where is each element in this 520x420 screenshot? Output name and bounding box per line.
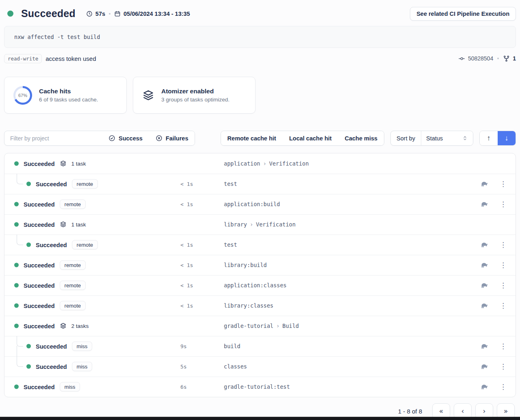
run-header: Succeeded 57s 05/06/2024 13:34 - 13:35 S…: [4, 0, 516, 21]
kebab-menu-icon[interactable]: ⋮: [500, 181, 507, 187]
kebab-menu-icon[interactable]: ⋮: [500, 363, 507, 370]
project-filter-input[interactable]: [4, 131, 102, 145]
gradle-elephant-icon[interactable]: [480, 200, 489, 209]
status-dot: [14, 202, 19, 207]
gradle-elephant-icon[interactable]: [480, 180, 489, 188]
commit-id-link[interactable]: 50828504: [468, 55, 493, 62]
row-task-name: library:build: [224, 262, 267, 268]
gradle-elephant-icon[interactable]: [480, 302, 489, 310]
task-row[interactable]: Succeeded remote < 1s library:classes ⋮: [4, 295, 516, 316]
atomizer-layers-icon: [60, 160, 67, 167]
run-date-range-label: 05/06/2024 13:34 - 13:35: [124, 11, 190, 17]
cache-status-badge: remote: [72, 240, 98, 250]
atomizer-card: Atomizer enabled 3 groups of tasks optim…: [133, 77, 256, 114]
status-dot: [7, 11, 13, 17]
clock-icon: [86, 11, 93, 17]
summary-cards: 67% Cache hits 6 of 9 tasks used cache. …: [4, 77, 516, 114]
kebab-menu-icon[interactable]: ⋮: [500, 383, 507, 390]
row-task-name: test: [224, 241, 237, 248]
branch-count-link[interactable]: 1: [513, 55, 516, 62]
local-cache-hit-button[interactable]: Local cache hit: [283, 131, 338, 145]
row-status-label: Succeeded: [24, 160, 55, 167]
row-duration: < 1s: [180, 303, 193, 309]
group-project-name: application: [224, 160, 260, 167]
group-path: library›Verification: [224, 221, 296, 228]
cache-status-badge: remote: [72, 179, 98, 189]
row-status-label: Succeeded: [24, 201, 55, 207]
project-filter-group: Success Failures: [4, 131, 195, 146]
gradle-elephant-icon[interactable]: [480, 241, 489, 249]
chevron-right-icon: ›: [276, 323, 280, 329]
status-dot: [14, 283, 19, 288]
cache-miss-button[interactable]: Cache miss: [338, 131, 384, 145]
check-circle-icon: [108, 135, 115, 142]
run-duration-label: 57s: [95, 11, 105, 17]
gradle-elephant-icon[interactable]: [480, 261, 489, 269]
failures-filter-button[interactable]: Failures: [149, 131, 195, 145]
gradle-elephant-icon[interactable]: [480, 362, 489, 371]
page-title: Succeeded: [21, 8, 76, 19]
run-duration: 57s: [86, 11, 105, 17]
row-status-label: Succeeded: [36, 181, 67, 187]
see-related-ci-pipeline-button[interactable]: See related CI Pipeline Execution: [410, 7, 516, 21]
chevron-right-icon: ›: [263, 160, 266, 167]
row-status-label: Succeeded: [36, 343, 67, 349]
cache-hits-card: 67% Cache hits 6 of 9 tasks used cache.: [4, 77, 127, 114]
row-status-label: Succeeded: [24, 323, 55, 329]
separator-dot: [497, 58, 499, 59]
cache-hits-percent: 67%: [18, 93, 27, 98]
row-task-name: classes: [224, 363, 247, 370]
task-row[interactable]: Succeeded miss 6s gradle-tutorial:test ⋮: [4, 377, 516, 397]
task-row[interactable]: Succeeded miss 9s build ⋮: [4, 336, 516, 356]
cache-status-badge: remote: [60, 200, 86, 209]
success-filter-button[interactable]: Success: [102, 131, 149, 145]
atomizer-layers-icon: [142, 89, 154, 101]
row-duration: < 1s: [180, 181, 193, 187]
x-circle-icon: [156, 135, 162, 142]
row-status-label: Succeeded: [36, 241, 67, 248]
gradle-elephant-icon[interactable]: [480, 383, 489, 391]
gradle-elephant-icon[interactable]: [480, 281, 489, 290]
task-row[interactable]: Succeeded remote < 1s application:classe…: [4, 275, 516, 295]
task-group-row[interactable]: Succeeded 1 task application›Verificatio…: [4, 153, 516, 174]
atomizer-subtitle: 3 groups of tasks optimized.: [161, 97, 230, 103]
task-row[interactable]: Succeeded miss 5s classes ⋮: [4, 356, 516, 377]
kebab-menu-icon[interactable]: ⋮: [500, 262, 507, 269]
kebab-menu-icon[interactable]: ⋮: [500, 201, 507, 208]
cache-hits-subtitle: 6 of 9 tasks used cache.: [39, 97, 98, 103]
sort-select[interactable]: Status: [421, 131, 473, 145]
page-range-label: 1 - 8 of 8: [398, 408, 422, 415]
row-duration: 6s: [180, 384, 187, 390]
row-tasks-count: 1 task: [72, 161, 86, 167]
task-row[interactable]: Succeeded remote < 1s application:build …: [4, 194, 516, 214]
row-duration: < 1s: [180, 242, 193, 248]
kebab-menu-icon[interactable]: ⋮: [500, 343, 507, 350]
kebab-menu-icon[interactable]: ⋮: [500, 241, 507, 248]
command-text: nxw affected -t test build: [14, 34, 100, 40]
token-row: read-write access token used 50828504 1: [4, 54, 516, 63]
sort-select-value: Status: [426, 135, 443, 142]
sort-ascending-button[interactable]: ↑: [480, 131, 498, 145]
row-task-name: library:classes: [224, 302, 273, 309]
row-status-label: Succeeded: [36, 363, 67, 370]
cache-status-badge: remote: [60, 281, 86, 290]
task-row[interactable]: Succeeded remote < 1s test ⋮: [4, 235, 516, 255]
remote-cache-hit-button[interactable]: Remote cache hit: [221, 131, 283, 145]
gradle-elephant-icon[interactable]: [480, 342, 489, 351]
kebab-menu-icon[interactable]: ⋮: [500, 282, 507, 289]
task-row[interactable]: Succeeded remote < 1s test ⋮: [4, 174, 516, 194]
sort-descending-button[interactable]: ↓: [498, 131, 516, 145]
row-task-name: application:classes: [224, 282, 286, 289]
cache-status-badge: remote: [60, 261, 86, 270]
kebab-menu-icon[interactable]: ⋮: [500, 302, 507, 309]
status-dot: [26, 182, 31, 186]
cache-filter-group: Remote cache hit Local cache hit Cache m…: [221, 131, 384, 146]
task-group-row[interactable]: Succeeded 2 tasks gradle-tutorial›Build: [4, 316, 516, 336]
group-path: application›Verification: [224, 160, 309, 167]
access-token-badge: read-write: [4, 54, 42, 63]
run-date-range: 05/06/2024 13:34 - 13:35: [114, 11, 190, 17]
sort-by-label: Sort by: [391, 131, 421, 145]
task-group-row[interactable]: Succeeded 1 task library›Verification: [4, 214, 516, 235]
task-row[interactable]: Succeeded remote < 1s library:build ⋮: [4, 255, 516, 275]
row-task-name: test: [224, 181, 237, 187]
